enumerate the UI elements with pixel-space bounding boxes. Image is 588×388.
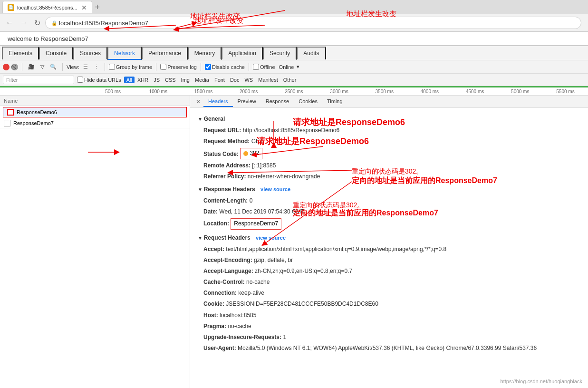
filter-img[interactable]: Img: [179, 77, 192, 83]
group-by-frame-checkbox[interactable]: [109, 64, 115, 70]
status-code-badge: 302: [240, 148, 262, 159]
tab-sources[interactable]: Sources: [73, 47, 107, 60]
tab-console[interactable]: Console: [39, 47, 73, 60]
remote-address-row: Remote Address: [::1]:8585: [198, 160, 580, 171]
hide-data-urls-label[interactable]: Hide data URLs: [77, 77, 121, 83]
new-tab-button[interactable]: +: [95, 2, 100, 12]
group-by-frame-label[interactable]: Group by frame: [109, 64, 152, 70]
upgrade-insecure-key: Upgrade-Insecure-Requests:: [203, 334, 281, 340]
location-val: ResponseDemo7: [231, 218, 281, 229]
view-list-btn[interactable]: ☰: [81, 63, 90, 71]
detail-tab-response[interactable]: Response: [261, 97, 294, 107]
tab-application[interactable]: Application: [222, 47, 263, 60]
tl-2500: 2500 ms: [271, 89, 317, 94]
devtools-tabs: Elements Console Sources Network Perform…: [0, 46, 588, 60]
tab-performance[interactable]: Performance: [142, 47, 188, 60]
offline-label[interactable]: Offline: [253, 64, 275, 70]
tl-2000: 2000 ms: [226, 89, 271, 94]
active-tab[interactable]: 📄 localhost:8585/Respons... ✕: [2, 1, 92, 13]
detail-tab-preview[interactable]: Preview: [233, 97, 261, 107]
request-item-icon-demo6: [7, 109, 14, 116]
tab-network[interactable]: Network: [107, 47, 142, 60]
filter-media[interactable]: Media: [193, 77, 212, 83]
clear-button[interactable]: ⃠: [11, 64, 18, 70]
accept-encoding-val: gzip, deflate, br: [254, 257, 293, 263]
filter-manifest[interactable]: Manifest: [256, 77, 280, 83]
refresh-button[interactable]: ↻: [32, 18, 42, 29]
request-headers-view-source[interactable]: view source: [256, 235, 286, 241]
back-button[interactable]: ←: [4, 18, 15, 28]
accept-key: Accept:: [203, 246, 224, 252]
filter-css[interactable]: CSS: [163, 77, 178, 83]
request-url-row: Request URL: http://localhost:8585/Respo…: [198, 125, 580, 136]
tab-favicon: 📄: [8, 4, 14, 11]
filter-input[interactable]: [3, 76, 74, 84]
status-dot-icon: [243, 151, 248, 156]
tl-1000: 1000 ms: [135, 89, 181, 94]
filter-types: All XHR JS CSS Img Media Font Doc WS Man…: [124, 77, 299, 83]
tab-elements[interactable]: Elements: [2, 47, 39, 60]
response-headers-view-source[interactable]: view source: [260, 186, 290, 192]
user-agent-row: User-Agent: Mozilla/5.0 (Windows NT 6.1;…: [198, 343, 580, 354]
filter-all[interactable]: All: [124, 77, 135, 83]
watermark: https://blog.csdn.net/huoqiangblack: [501, 378, 582, 384]
referrer-policy-val: no-referrer-when-downgrade: [248, 173, 320, 180]
tl-4000: 4000 ms: [407, 89, 452, 94]
filter-ws[interactable]: WS: [242, 77, 255, 83]
tab-security[interactable]: Security: [263, 47, 297, 60]
forward-button[interactable]: →: [18, 18, 29, 28]
filter-btn[interactable]: ▽: [39, 63, 46, 71]
host-val: localhost:8585: [220, 312, 256, 319]
toolbar-sep-5: [201, 63, 201, 71]
offline-text: Offline: [260, 64, 275, 70]
request-method-val: GET: [251, 138, 263, 145]
request-item-demo6[interactable]: ResponseDemo6: [3, 107, 187, 117]
online-dropdown[interactable]: ▾: [297, 64, 299, 70]
status-code-row: Status Code: 302: [198, 147, 580, 160]
detail-tab-timing[interactable]: Timing: [322, 97, 347, 107]
detail-content: 请求地址是ResponseDemo6 General Request URL:: [190, 108, 588, 358]
cookie-row: Cookie: JSESSIONID=F5EF28CD481CCCFE50BB9…: [198, 299, 580, 310]
detail-tab-cookies[interactable]: Cookies: [294, 97, 322, 107]
address-bar[interactable]: 🔒 localhost:8585/ResponseDemo7: [45, 17, 581, 29]
disable-cache-label[interactable]: Disable cache: [205, 64, 245, 70]
view-detail-btn[interactable]: ⋮: [92, 63, 101, 71]
request-name-demo6: ResponseDemo6: [17, 109, 57, 115]
preserve-log-label[interactable]: Preserve log: [160, 64, 197, 70]
filter-font[interactable]: Font: [212, 77, 227, 83]
cache-control-val: no-cache: [246, 279, 270, 285]
online-text: Online: [279, 64, 294, 70]
detail-tab-headers[interactable]: Headers: [203, 97, 233, 107]
filter-xhr[interactable]: XHR: [135, 77, 151, 83]
detail-close-btn[interactable]: ✕: [193, 97, 203, 106]
tl-3000: 3000 ms: [317, 89, 362, 94]
filter-doc[interactable]: Doc: [228, 77, 242, 83]
tab-audits[interactable]: Audits: [297, 47, 326, 60]
filter-other[interactable]: Other: [281, 77, 299, 83]
disable-cache-text: Disable cache: [212, 64, 245, 70]
request-list-header: Name: [0, 96, 190, 106]
preserve-log-checkbox[interactable]: [160, 64, 166, 70]
tab-memory[interactable]: Memory: [188, 47, 222, 60]
filter-js[interactable]: JS: [151, 77, 162, 83]
content-length-val: 0: [250, 197, 253, 204]
search-btn[interactable]: 🔍: [48, 63, 58, 71]
page-content: welcome to ResponseDemo7: [0, 32, 588, 45]
filter-bar: Hide data URLs All XHR JS CSS Img Media …: [0, 74, 588, 86]
referrer-policy-row: Referrer Policy: no-referrer-when-downgr…: [198, 171, 580, 182]
general-section-title: General: [198, 116, 580, 122]
tab-close-button[interactable]: ✕: [81, 4, 87, 11]
remote-address-val: [::1]:8585: [252, 162, 276, 169]
record-button[interactable]: [3, 64, 10, 70]
disable-cache-checkbox[interactable]: [205, 64, 211, 70]
capture-screenshot-btn[interactable]: 🎥: [26, 63, 37, 71]
accept-encoding-key: Accept-Encoding:: [203, 257, 252, 263]
request-method-row: Request Method: GET: [198, 136, 580, 147]
host-key: Host:: [203, 312, 218, 319]
devtools-toolbar: ⃠ 🎥 ▽ 🔍 View: ☰ ⋮ Group by frame Preserv…: [0, 60, 588, 74]
offline-checkbox[interactable]: [253, 64, 259, 70]
request-item-demo7[interactable]: ResponseDemo7: [0, 118, 190, 128]
hide-data-urls-checkbox[interactable]: [77, 77, 83, 83]
toolbar-sep-1: [22, 63, 22, 71]
accept-row: Accept: text/html,application/xhtml+xml,…: [198, 244, 580, 255]
